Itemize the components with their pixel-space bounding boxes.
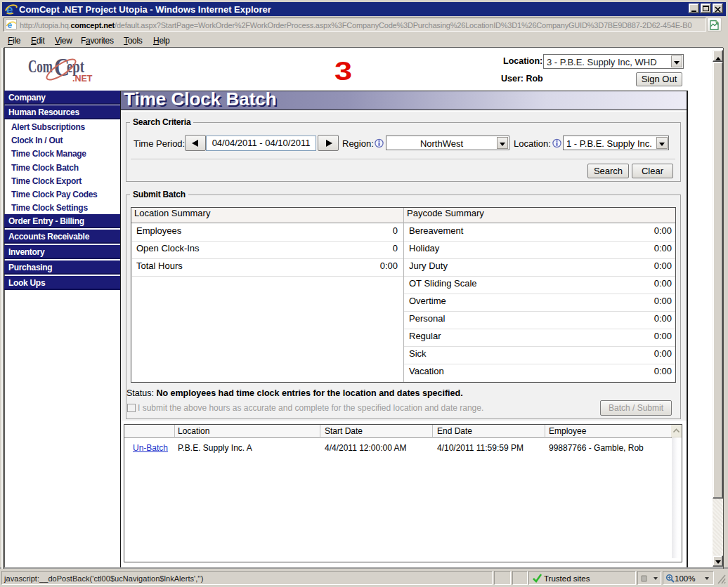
svg-text:.NET: .NET [72,74,93,84]
